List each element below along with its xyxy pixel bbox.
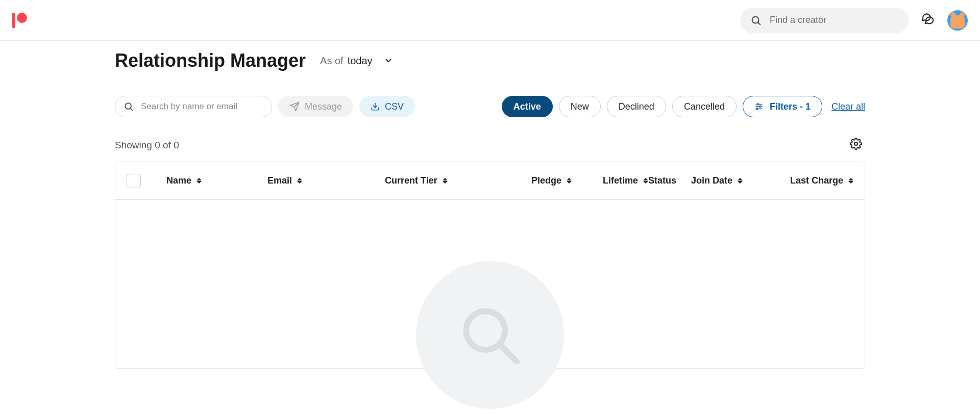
title-row: Relationship Manager As of today (115, 50, 865, 71)
svg-line-15 (500, 345, 517, 362)
message-button[interactable]: Message (278, 96, 353, 117)
status-filter-cancelled[interactable]: Cancelled (672, 96, 737, 117)
global-search[interactable] (740, 8, 909, 33)
member-search-input[interactable] (141, 101, 263, 112)
table-settings-button[interactable] (850, 138, 862, 152)
status-filter-declined[interactable]: Declined (607, 96, 666, 117)
select-all-checkbox[interactable] (127, 174, 141, 188)
messages-icon[interactable] (921, 12, 935, 29)
status-filter-new[interactable]: New (559, 96, 601, 117)
showing-row: Showing 0 of 0 (115, 138, 865, 152)
column-pledge[interactable]: Pledge (507, 175, 572, 186)
gear-icon (850, 138, 862, 150)
svg-line-1 (758, 22, 761, 24)
column-email[interactable]: Email (267, 175, 385, 186)
csv-button[interactable]: CSV (359, 96, 415, 117)
svg-point-12 (756, 108, 758, 110)
chevron-down-icon (384, 56, 393, 65)
member-search[interactable] (115, 96, 272, 117)
sliders-icon (754, 102, 764, 111)
search-icon (124, 101, 134, 112)
sort-icon (297, 178, 302, 184)
svg-point-13 (854, 142, 857, 145)
filters-label: Filters - 1 (770, 101, 811, 112)
header-right (740, 8, 968, 33)
sort-icon (643, 178, 648, 184)
empty-state (115, 200, 865, 368)
status-filter-active[interactable]: Active (502, 96, 553, 117)
svg-point-8 (757, 103, 758, 105)
sort-icon (197, 178, 202, 184)
sort-icon (738, 178, 743, 184)
main-content: Relationship Manager As of today Message (115, 41, 865, 369)
column-join[interactable]: Join Date (691, 175, 769, 186)
as-of-selector[interactable]: As of today (320, 55, 393, 67)
svg-line-3 (130, 108, 132, 110)
sort-icon (443, 178, 448, 184)
send-icon (289, 101, 300, 112)
table-header: Name Email Current Tier Pledge Lifetime … (115, 162, 865, 200)
showing-text: Showing 0 of 0 (115, 140, 179, 151)
csv-label: CSV (385, 101, 404, 112)
column-name[interactable]: Name (166, 175, 267, 186)
sort-icon (848, 178, 853, 184)
filters-button[interactable]: Filters - 1 (743, 96, 822, 117)
sort-icon (567, 178, 572, 184)
members-table: Name Email Current Tier Pledge Lifetime … (115, 162, 865, 369)
page-title: Relationship Manager (115, 50, 306, 71)
magnifier-icon (454, 299, 526, 371)
column-tier[interactable]: Current Tier (385, 175, 507, 186)
svg-point-10 (760, 106, 761, 108)
controls-row: Message CSV Active New Declined Cancelle… (115, 96, 865, 117)
as-of-label: As of (320, 55, 344, 67)
clear-all-link[interactable]: Clear all (831, 101, 865, 112)
empty-state-graphic (416, 261, 564, 409)
as-of-value: today (348, 55, 373, 67)
download-icon (371, 102, 380, 111)
global-header (0, 0, 980, 41)
search-icon (750, 15, 762, 26)
user-avatar[interactable] (947, 10, 968, 31)
message-label: Message (305, 101, 342, 112)
global-search-input[interactable] (770, 15, 898, 25)
column-lifetime[interactable]: Lifetime (572, 175, 648, 186)
patreon-logo[interactable] (12, 13, 27, 28)
column-status[interactable]: Status (648, 175, 691, 186)
column-last-charge[interactable]: Last Charge (769, 175, 853, 186)
